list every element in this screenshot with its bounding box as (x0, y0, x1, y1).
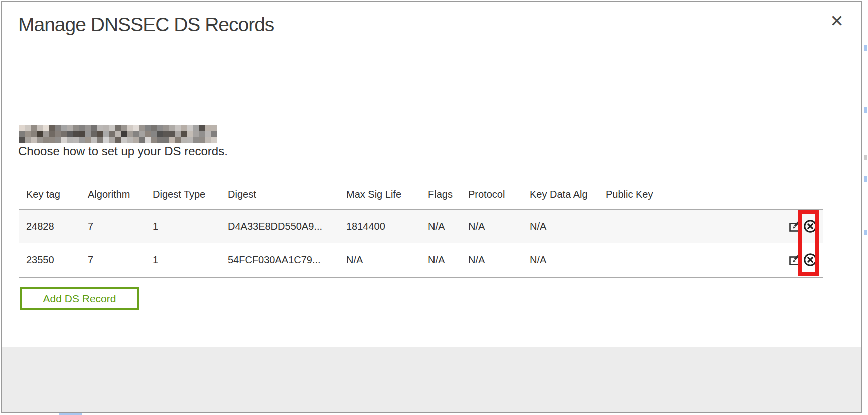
redacted-pixel-block (91, 132, 97, 138)
dialog-footer (2, 347, 862, 412)
redacted-pixel-block (109, 126, 115, 132)
redacted-pixel-block (55, 132, 61, 138)
redacted-pixel-block (103, 132, 109, 138)
redacted-pixel-block (121, 126, 127, 132)
redacted-pixel-block (73, 132, 79, 138)
background-artifact (864, 230, 867, 235)
redacted-pixel-block (193, 126, 199, 132)
cell-protocol: N/A (461, 221, 523, 232)
cell-algorithm: 7 (81, 221, 146, 232)
redacted-pixel-block (187, 138, 193, 144)
redacted-pixel-block (205, 132, 211, 138)
table-row: 24828 7 1 D4A33E8DD550A9... 1814400 N/A … (19, 210, 823, 243)
cell-protocol: N/A (461, 254, 523, 266)
redacted-pixel-block (175, 126, 181, 132)
redacted-pixel-block (25, 132, 31, 138)
edit-icon[interactable] (788, 254, 801, 266)
redacted-pixel-block (109, 138, 115, 144)
redacted-pixel-block (211, 126, 217, 132)
redacted-pixel-block (43, 126, 49, 132)
redacted-pixel-block (43, 138, 49, 144)
row-actions (773, 253, 823, 267)
redacted-pixel-block (67, 126, 73, 132)
redacted-pixel-block (79, 126, 85, 132)
redacted-pixel-block (163, 126, 169, 132)
redacted-pixel-block (211, 132, 217, 138)
subtitle-text: Choose how to set up your DS records. (18, 144, 228, 158)
redacted-pixel-block (67, 132, 73, 138)
redacted-pixel-block (187, 126, 193, 132)
redacted-pixel-block (187, 132, 193, 138)
redacted-pixel-block (127, 132, 133, 138)
column-header-digest-type: Digest Type (146, 189, 221, 200)
column-header-algorithm: Algorithm (81, 189, 146, 200)
redacted-pixel-block (49, 138, 55, 144)
redacted-pixel-block (109, 132, 115, 138)
redacted-pixel-block (145, 138, 151, 144)
cell-digest-type: 1 (146, 254, 221, 266)
redacted-pixel-block (169, 138, 175, 144)
redacted-pixel-block (139, 126, 145, 132)
redacted-pixel-block (19, 138, 25, 144)
background-artifact (864, 107, 867, 113)
redacted-pixel-block (139, 138, 145, 144)
redacted-pixel-block (37, 132, 43, 138)
background-artifact (864, 45, 867, 51)
dialog-title: Manage DNSSEC DS Records (18, 14, 274, 36)
redacted-pixel-block (127, 138, 133, 144)
redacted-pixel-block (181, 132, 187, 138)
redacted-pixel-block (61, 138, 67, 144)
redacted-pixel-block (31, 138, 37, 144)
edit-icon[interactable] (788, 220, 801, 233)
redacted-pixel-block (175, 132, 181, 138)
redacted-pixel-block (97, 138, 103, 144)
redacted-pixel-block (85, 138, 91, 144)
redacted-pixel-block (61, 132, 67, 138)
redacted-pixel-block (121, 138, 127, 144)
redacted-pixel-block (25, 126, 31, 132)
redacted-pixel-block (139, 132, 145, 138)
redacted-pixel-block (25, 138, 31, 144)
cell-max-sig-life: 1814400 (339, 221, 421, 232)
redacted-pixel-block (163, 132, 169, 138)
redacted-pixel-block (31, 126, 37, 132)
redacted-pixel-block (205, 138, 211, 144)
redacted-pixel-block (43, 132, 49, 138)
cell-max-sig-life: N/A (339, 254, 421, 266)
redacted-pixel-block (55, 126, 61, 132)
redacted-pixel-block (133, 132, 139, 138)
redacted-pixel-block (133, 126, 139, 132)
column-header-max-sig-life: Max Sig Life (339, 189, 421, 200)
redacted-pixel-block (181, 126, 187, 132)
redacted-pixel-block (151, 126, 157, 132)
redacted-pixel-block (49, 132, 55, 138)
table-row: 23550 7 1 54FCF030AA1C79... N/A N/A N/A … (19, 243, 823, 278)
redacted-pixel-block (73, 138, 79, 144)
redacted-pixel-block (115, 132, 121, 138)
redacted-pixel-block (79, 138, 85, 144)
redacted-pixel-block (205, 126, 211, 132)
redacted-pixel-block (181, 138, 187, 144)
redacted-pixel-block (73, 126, 79, 132)
redacted-pixel-block (169, 126, 175, 132)
redacted-pixel-block (115, 126, 121, 132)
redacted-pixel-block (19, 126, 25, 132)
column-header-public-key: Public Key (599, 189, 773, 200)
redacted-pixel-block (133, 138, 139, 144)
column-header-key-tag: Key tag (19, 189, 81, 200)
delete-circle-icon[interactable] (803, 220, 817, 234)
redacted-pixel-block (115, 138, 121, 144)
redacted-pixel-block (31, 132, 37, 138)
cell-flags: N/A (421, 221, 461, 232)
redacted-pixel-block (157, 138, 163, 144)
table-header-row: Key tag Algorithm Digest Type Digest Max… (19, 180, 823, 210)
background-artifact (864, 155, 867, 160)
redacted-pixel-block (175, 138, 181, 144)
add-ds-record-button[interactable]: Add DS Record (20, 288, 139, 310)
close-icon[interactable]: ✕ (826, 10, 848, 32)
row-actions (773, 220, 823, 234)
cell-key-data-alg: N/A (523, 221, 599, 232)
redacted-pixel-block (199, 126, 205, 132)
background-artifact (864, 176, 867, 182)
delete-circle-icon[interactable] (803, 253, 817, 267)
